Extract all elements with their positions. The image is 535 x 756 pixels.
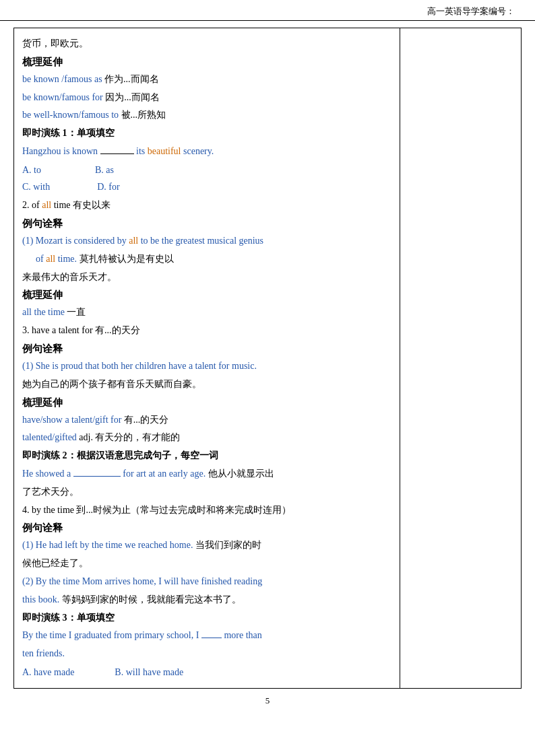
exercise1-question-full: Hangzhou is known its beautiful scenery. [22, 143, 391, 160]
right-column [400, 28, 522, 689]
section1-item1: be known /famous as 作为...而闻名 [22, 71, 391, 88]
point4-title: 4. by the time 到...时候为止（常与过去完成时和将来完成时连用） [22, 502, 391, 518]
exercise3-sentence-cont: ten friends. [22, 646, 391, 662]
intro-text: 货币，即欧元。 [22, 36, 391, 52]
header-text: 高一英语导学案编号： [427, 5, 515, 18]
example3-1-en: (1) He had left by the time we reached h… [22, 537, 391, 553]
section2-text: all the time 一直 [22, 304, 391, 320]
section1-title: 梳理延伸 [22, 56, 391, 69]
example1-en-cont: of all time. 莫扎特被认为是有史以 [22, 251, 391, 267]
point2-title: 2. of all time 有史以来 [22, 197, 391, 213]
example2-en: (1) She is proud that both her children … [22, 358, 391, 374]
section3-item1: have/show a talent/gift for 有...的天分 [22, 412, 391, 428]
exercise1-title: 即时演练 1：单项填空 [22, 125, 391, 141]
page: 高一英语导学案编号： 货币，即欧元。 梳理延伸 be known /famous… [0, 0, 535, 756]
point3-title: 3. have a talent for 有...的天分 [22, 322, 391, 339]
example3-2-en: (2) By the time Mom arrives home, I will… [22, 574, 391, 590]
exercise2-sentence: He showed a for art at an early age. 他从小… [22, 466, 391, 482]
example1-en: (1) Mozart is considered by all to be th… [22, 233, 391, 249]
exercise3-sentence: By the time I graduated from primary sch… [22, 627, 391, 644]
section3-梳理延伸: 梳理延伸 [22, 397, 391, 409]
example3-title: 例句诠释 [22, 522, 391, 535]
page-header: 高一英语导学案编号： [0, 0, 535, 21]
example3-1-cn: 候他已经走了。 [22, 555, 391, 572]
exercise3-title: 即时演练 3：单项填空 [22, 610, 391, 626]
page-number: 5 [265, 695, 270, 706]
main-content: 货币，即欧元。 梳理延伸 be known /famous as 作为...而闻… [0, 28, 535, 689]
section3-item2: talented/gifted adj. 有天分的，有才能的 [22, 429, 391, 446]
exercise1-options: A. to B. as C. with D. for [22, 162, 391, 195]
example1-title: 例句诠释 [22, 217, 391, 230]
example2-title: 例句诠释 [22, 343, 391, 355]
exercise2-cn: 了艺术天分。 [22, 484, 391, 500]
left-column: 货币，即欧元。 梳理延伸 be known /famous as 作为...而闻… [13, 28, 400, 689]
exercise3-options: A. have made B. will have made [22, 664, 391, 681]
section1-item3: be well-known/famous to 被...所熟知 [22, 107, 391, 123]
example1-cn: 来最伟大的音乐天才。 [22, 269, 391, 285]
page-footer: 5 [0, 689, 535, 713]
example2-cn: 她为自己的两个孩子都有音乐天赋而自豪。 [22, 376, 391, 392]
section1-item2: be known/famous for 因为...而闻名 [22, 90, 391, 106]
section2-梳理延伸: 梳理延伸 [22, 289, 391, 302]
example3-2-en-cont: this book. 等妈妈到家的时候，我就能看完这本书了。 [22, 592, 391, 608]
exercise2-title: 即时演练 2：根据汉语意思完成句子，每空一词 [22, 448, 391, 464]
